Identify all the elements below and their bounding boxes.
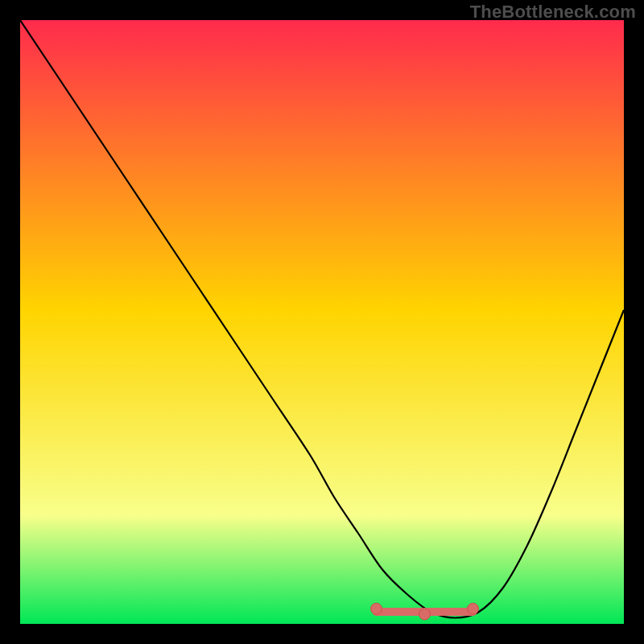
marker-dot [371, 603, 382, 614]
marker-dot [419, 609, 431, 620]
chart-svg [20, 20, 624, 624]
chart-frame: TheBottleneck.com [0, 0, 644, 644]
marker-dot [468, 603, 479, 614]
plot-area [20, 20, 624, 624]
